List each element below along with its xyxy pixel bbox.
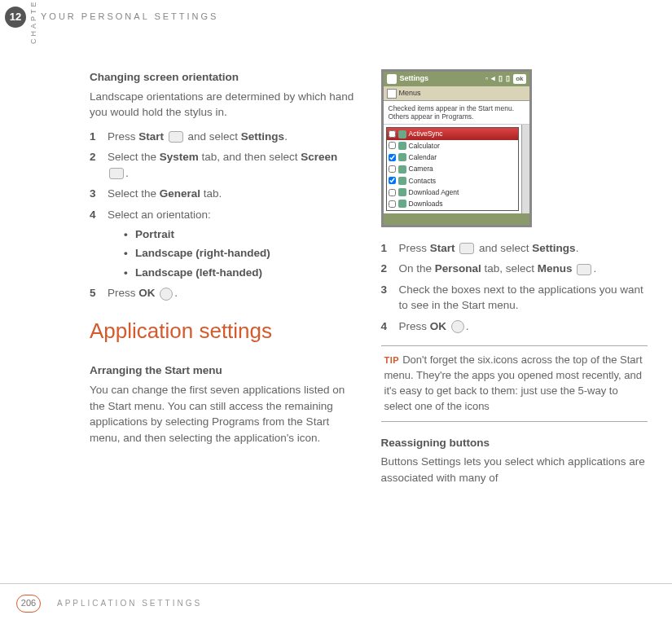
- ss-row-activesync: ActiveSync: [387, 128, 518, 139]
- step-5: Press OK .: [90, 285, 357, 301]
- menus-icon: [387, 89, 397, 99]
- start-icon: [169, 131, 183, 143]
- ok-icon: [451, 320, 464, 333]
- step-1: Press Start and select Settings.: [90, 129, 357, 145]
- app-icon: [398, 130, 406, 138]
- ss-ok-button: ok: [513, 74, 525, 84]
- mstep-1: Press Start and select Settings.: [381, 240, 648, 257]
- chapter-label: CHAPTER: [28, 0, 39, 49]
- orientation-intro: Landscape orientations are determined by…: [90, 89, 357, 121]
- ss-row-calendar: Calendar: [387, 152, 518, 163]
- menus-icon: [577, 264, 591, 275]
- menus-screenshot: Settings ▫ ◂ ▯ ▯ ok Menus Checked items …: [381, 69, 532, 227]
- left-column: Changing screen orientation Landscape or…: [90, 69, 357, 572]
- reassigning-body: Buttons Settings lets you select which a…: [381, 454, 648, 485]
- subhead-arranging: Arranging the Start menu: [90, 362, 357, 379]
- ss-description: Checked items appear in the Start menu. …: [384, 101, 529, 125]
- ss-row-download-agent: Download Agent: [387, 187, 518, 198]
- option-portrait: Portrait: [124, 226, 357, 243]
- app-icon: [398, 165, 406, 174]
- tip-label: TIP: [384, 355, 400, 365]
- arranging-body: You can change the first seven applicati…: [90, 382, 357, 446]
- orientation-steps: Press Start and select Settings. Select …: [90, 129, 357, 301]
- orientation-options: Portrait Landscape (right-handed) Landsc…: [108, 226, 357, 281]
- tip-text: Don't forget the six.icons across the to…: [384, 354, 643, 412]
- step-2: Select the System tab, and then select S…: [90, 149, 357, 181]
- ss-row-contacts: Contacts: [387, 175, 518, 187]
- ss-subheader: Menus: [384, 86, 529, 101]
- app-icon: [398, 188, 406, 196]
- ss-titlebar: Settings ▫ ◂ ▯ ▯ ok: [384, 72, 529, 86]
- option-landscape-right: Landscape (right-handed): [124, 245, 357, 261]
- page-number: 206: [16, 595, 41, 613]
- antenna-icon: ▯: [499, 73, 503, 84]
- ss-row-calculator: Calculator: [387, 140, 518, 152]
- ss-footer-bar: [384, 213, 529, 225]
- mstep-4: Press OK .: [381, 318, 648, 335]
- speaker-icon: ◂: [491, 73, 495, 84]
- subhead-reassigning: Reassigning buttons: [381, 435, 648, 451]
- ss-app-list: ActiveSync Calculator Calendar Camera Co…: [386, 127, 519, 210]
- battery-icon: ▯: [506, 73, 510, 84]
- app-icon: [398, 153, 406, 161]
- option-landscape-left: Landscape (left-handed): [124, 265, 357, 281]
- step-3: Select the General tab.: [90, 186, 357, 202]
- screen-icon: [109, 168, 124, 179]
- footer-title: APPLICATION SETTINGS: [57, 598, 202, 610]
- tip-box: TIPDon't forget the six.icons across the…: [381, 345, 648, 421]
- mstep-3: Check the boxes next to the applications…: [381, 282, 648, 314]
- ss-scrollbar: [521, 125, 529, 213]
- mstep-2: On the Personal tab, select Menus .: [381, 261, 648, 277]
- right-column: Settings ▫ ◂ ▯ ▯ ok Menus Checked items …: [381, 69, 648, 572]
- windows-flag-icon: [387, 74, 397, 84]
- app-icon: [398, 142, 406, 150]
- signal-icon: ▫: [485, 73, 488, 84]
- main-heading: Application settings: [90, 316, 357, 347]
- app-icon: [398, 177, 406, 185]
- step-4: Select an orientation: Portrait Landscap…: [90, 207, 357, 280]
- start-icon: [459, 243, 474, 254]
- ss-title-text: Settings: [400, 73, 429, 84]
- app-icon: [398, 200, 406, 208]
- subhead-orientation: Changing screen orientation: [90, 69, 357, 86]
- chapter-number-badge: 12: [5, 7, 26, 28]
- menus-steps: Press Start and select Settings. On the …: [381, 240, 648, 335]
- ss-row-camera: Camera: [387, 163, 518, 174]
- ss-row-downloads: Downloads: [387, 198, 518, 209]
- running-head: YOUR PERSONAL SETTINGS: [41, 11, 218, 24]
- page-content: Changing screen orientation Landscape or…: [90, 69, 648, 572]
- ok-icon: [160, 288, 173, 301]
